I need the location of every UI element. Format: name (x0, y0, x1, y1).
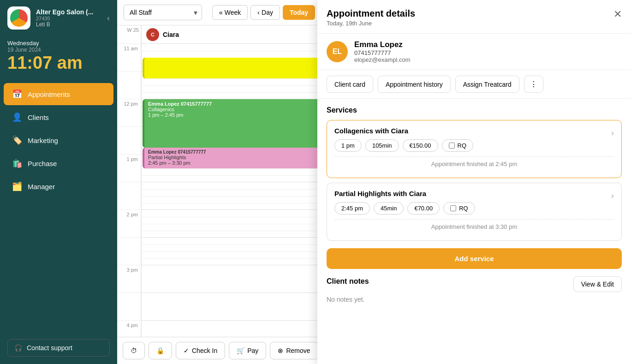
collagenics-price: €150.00 (403, 139, 438, 152)
ciara-avatar: C (146, 28, 159, 41)
time-label: 11:07 am (7, 53, 110, 73)
service-card-collagenics[interactable]: Collagenics with Ciara › 1 pm 105min €15… (327, 120, 622, 178)
lock-button[interactable]: 🔒 (149, 342, 172, 359)
highlights-duration: 45min (374, 202, 404, 215)
collagenics-finished: Appointment finished at 2:45 pm (334, 156, 614, 171)
more-options-button[interactable]: ⋮ (524, 76, 543, 93)
highlights-arrow-icon: › (611, 191, 614, 201)
support-label: Contact support (27, 344, 72, 352)
remove-button[interactable]: ⊗ Remove (270, 342, 318, 359)
highlights-tags: 2:45 pm 45min €70.00 RQ (334, 202, 614, 215)
appointment-history-button[interactable]: Appointment history (378, 76, 451, 93)
time-11am: 11 am (117, 44, 141, 72)
highlights-rq: RQ (443, 202, 475, 215)
pay-button[interactable]: 🛒 Pay (229, 342, 266, 359)
support-icon: 🎧 (14, 344, 22, 352)
marketing-label: Marketing (28, 137, 58, 144)
time-labels-container: 11 am 12 pm 1 pm 2 pm 3 pm 4 pm (117, 44, 141, 337)
time-11x (117, 72, 141, 99)
time-3x (117, 293, 141, 321)
purchase-label: Purchase (28, 160, 57, 167)
timer-icon: ⏱ (131, 347, 137, 354)
view-edit-button[interactable]: View & Edit (573, 276, 622, 292)
appointments-label: Appointments (28, 90, 70, 98)
staff-select-wrapper: All Staff ▾ (124, 5, 202, 20)
time-column: W 25 11 am 12 pm 1 pm 2 pm 3 pm 4 pm (117, 25, 141, 337)
app-logo (7, 6, 30, 30)
remove-label: Remove (286, 347, 310, 354)
appointments-icon: 📅 (12, 89, 22, 99)
services-title: Services (327, 106, 622, 114)
collagenics-duration: 105min (365, 139, 399, 152)
check-in-label: Check In (192, 347, 217, 354)
sidebar-header: Alter Ego Salon (... 27435 Leti B ‹ (0, 0, 117, 36)
salon-name: Alter Ego Salon (... (36, 8, 93, 16)
week-badge: W 25 (117, 25, 141, 33)
salon-id: 27435 (36, 16, 93, 21)
panel-date: Today, 19th June (327, 20, 415, 27)
time-12pm: 12 pm (117, 99, 141, 127)
sidebar-item-clients[interactable]: 👤 Clients (4, 106, 113, 128)
contact-support-button[interactable]: 🎧 Contact support (7, 339, 110, 357)
ciara-name: Ciara (163, 31, 179, 38)
client-notes-title: Client notes (327, 277, 369, 286)
collagenics-rq-checkbox[interactable] (449, 143, 455, 149)
highlights-rq-checkbox[interactable] (450, 205, 456, 211)
check-in-button[interactable]: ✓ Check In (176, 342, 225, 359)
cart-icon: 🛒 (237, 347, 244, 354)
check-icon: ✓ (184, 347, 189, 354)
highlights-provider: with Ciara (393, 190, 427, 197)
salon-info: Alter Ego Salon (... 27435 Leti B (36, 8, 93, 28)
sidebar-item-purchase[interactable]: 🛍️ Purchase (4, 152, 113, 174)
client-details: Emma Lopez 07415777777 elopez@exampl.com (354, 40, 411, 63)
time-2pm: 2 pm (117, 210, 141, 238)
service-card-highlights[interactable]: Partial Highlights with Ciara › 2:45 pm … (327, 183, 622, 241)
add-service-button[interactable]: Add service (327, 248, 622, 269)
clients-label: Clients (28, 113, 49, 121)
time-4pm: 4 pm (117, 321, 141, 337)
client-card-button[interactable]: Client card (327, 76, 373, 93)
clients-icon: 👤 (12, 112, 22, 122)
highlights-rq-label: RQ (459, 205, 468, 212)
double-left-icon: « (219, 9, 223, 16)
collagenics-arrow-icon: › (611, 128, 614, 138)
time-2x (117, 238, 141, 265)
week-button[interactable]: « Week (212, 5, 248, 20)
assign-treatcard-button[interactable]: Assign Treatcard (455, 76, 519, 93)
timer-button[interactable]: ⏱ (123, 342, 145, 359)
user-name: Leti B (36, 21, 93, 28)
sidebar-item-appointments[interactable]: 📅 Appointments (4, 83, 113, 105)
datetime-display: Wednesday 19 June 2024 11:07 am (0, 36, 117, 79)
marketing-icon: 🏷️ (12, 135, 22, 145)
collagenics-tags: 1 pm 105min €150.00 RQ (334, 139, 614, 152)
panel-header: Appointment details Today, 19th June ✕ (317, 0, 631, 34)
manager-icon: 🗂️ (12, 181, 22, 191)
service-name-highlights: Partial Highlights with Ciara (334, 190, 426, 197)
panel-actions: Client card Appointment history Assign T… (317, 70, 631, 99)
client-name: Emma Lopez (354, 40, 411, 49)
sidebar-item-marketing[interactable]: 🏷️ Marketing (4, 129, 113, 151)
collagenics-name: Collagenics (334, 127, 373, 135)
time-1x (117, 182, 141, 210)
logo-icon (10, 9, 28, 27)
panel-title: Appointment details (327, 8, 415, 19)
sidebar-collapse-icon[interactable]: ‹ (107, 13, 110, 23)
sidebar-item-manager[interactable]: 🗂️ Manager (4, 175, 113, 197)
day-button[interactable]: ‹ Day (250, 5, 280, 20)
manager-label: Manager (28, 183, 55, 191)
week-label: Week (225, 9, 241, 16)
sidebar-footer: 🎧 Contact support (0, 332, 117, 364)
highlights-name: Partial Highlights (334, 190, 391, 197)
today-button[interactable]: Today (283, 5, 315, 20)
service-name-collagenics: Collagenics with Ciara (334, 127, 408, 135)
purchase-icon: 🛍️ (12, 158, 22, 168)
highlights-finished: Appointment finished at 3:30 pm (334, 219, 614, 234)
collagenics-time: 1 pm (334, 139, 362, 152)
close-panel-button[interactable]: ✕ (613, 8, 622, 20)
no-notes-text: No notes yet. (327, 296, 622, 303)
staff-select[interactable]: All Staff (124, 5, 202, 20)
collagenics-provider: with Ciara (375, 127, 408, 135)
client-initials: EL (333, 48, 342, 56)
client-email: elopez@exampl.com (354, 56, 411, 63)
client-avatar: EL (327, 41, 348, 62)
